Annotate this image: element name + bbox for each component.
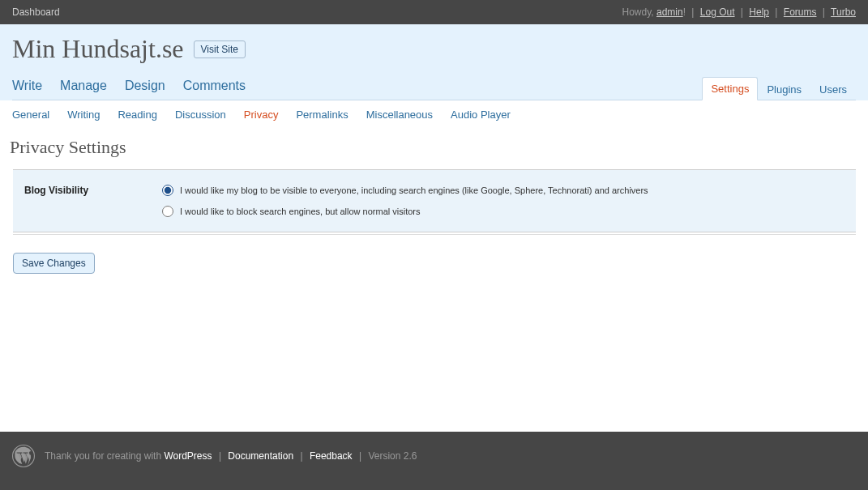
page-content: Privacy Settings Blog Visibility I would… [0,129,868,290]
turbo-link[interactable]: Turbo [831,6,856,18]
save-button[interactable]: Save Changes [13,253,95,274]
admin-topbar: Dashboard Howdy, admin! | Log Out | Help… [0,0,868,24]
howdy-text: Howdy, [622,6,656,18]
footer-version: Version 2.6 [368,450,417,462]
subnav-discussion[interactable]: Discussion [175,109,226,121]
footer-feedback-link[interactable]: Feedback [310,450,353,462]
subnav-miscellaneous[interactable]: Miscellaneous [366,109,433,121]
nav-comments[interactable]: Comments [183,74,255,100]
main-nav: Write Manage Design Comments Settings Pl… [12,74,856,100]
blog-visibility-label: Blog Visibility [24,185,162,217]
visibility-radio-public[interactable] [162,185,173,196]
subnav-privacy[interactable]: Privacy [244,109,279,121]
subnav-permalinks[interactable]: Permalinks [296,109,348,121]
visibility-option-public[interactable]: I would like my blog to be visible to ev… [162,185,844,196]
wordpress-logo-icon [12,445,35,467]
admin-footer: Thank you for creating with WordPress | … [0,432,868,490]
nav-users[interactable]: Users [810,78,856,100]
logout-link[interactable]: Log Out [700,6,735,18]
privacy-form-panel: Blog Visibility I would like my blog to … [13,169,856,232]
subnav-writing[interactable]: Writing [67,109,100,121]
footer-thanks: Thank you for creating with [45,450,164,462]
howdy-suffix: ! [683,6,686,18]
visibility-text-block: I would like to block search engines, bu… [180,207,421,216]
divider [13,234,856,235]
nav-write[interactable]: Write [12,74,52,100]
subnav-audio-player[interactable]: Audio Player [451,109,511,121]
subnav-reading[interactable]: Reading [118,109,156,121]
visit-site-button[interactable]: Visit Site [194,40,246,58]
nav-plugins[interactable]: Plugins [758,78,810,100]
subnav-general[interactable]: General [12,109,49,121]
site-title: Min Hundsajt.se [12,34,184,64]
site-header: Min Hundsajt.se Visit Site Write Manage … [0,24,868,100]
visibility-option-block[interactable]: I would like to block search engines, bu… [162,206,844,217]
dashboard-link[interactable]: Dashboard [12,6,60,18]
page-title: Privacy Settings [10,137,856,158]
nav-manage[interactable]: Manage [60,74,117,100]
visibility-text-public: I would like my blog to be visible to ev… [180,185,648,195]
nav-settings[interactable]: Settings [702,77,758,100]
username-link[interactable]: admin [656,6,683,18]
footer-documentation-link[interactable]: Documentation [228,450,293,462]
visibility-radio-block[interactable] [162,206,173,217]
settings-sub-nav: General Writing Reading Discussion Priva… [0,100,868,129]
forums-link[interactable]: Forums [784,6,817,18]
footer-wordpress-link[interactable]: WordPress [164,450,212,462]
help-link[interactable]: Help [749,6,769,18]
nav-design[interactable]: Design [125,74,175,100]
